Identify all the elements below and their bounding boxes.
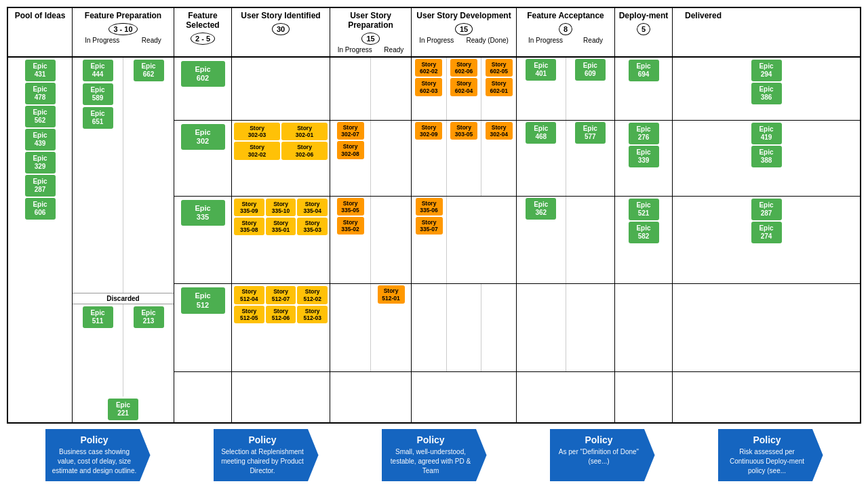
epic-419: Epic419 [751, 123, 782, 144]
usp-302-in: Story302-07 Story302-08 [330, 121, 371, 195]
col-feat-prep-label: Feature Preparation [85, 11, 161, 20]
usd-302: Story302-09 Story303-05 Story302-04 [412, 121, 517, 195]
discarded-label: Discarded [73, 293, 174, 304]
feat-prep-disc-row2: Epic221 [73, 396, 174, 422]
feat-prep-disc-in: Epic511 [73, 304, 123, 396]
col-usd-label: User Story Development [416, 11, 511, 20]
epic-221: Epic221 [108, 399, 138, 420]
epic-694: Epic694 [629, 60, 659, 81]
row-512: Epic512 Story512-04 Story512-07 Story512… [174, 284, 860, 372]
col-delivered-label: Delivered [685, 11, 722, 20]
epic-339: Epic339 [629, 146, 659, 167]
story-335-07: Story335-07 [416, 217, 443, 235]
epic-213: Epic213 [134, 306, 164, 328]
col-feat-sel-label: Feature Selected [176, 11, 230, 30]
story-335-06: Story335-06 [416, 198, 443, 216]
usi-335: Story335-09 Story335-10 Story335-04 Stor… [232, 197, 330, 284]
usp-512-ready: Story512-01 [371, 284, 411, 371]
policy-usp-title: Policy [389, 434, 473, 445]
usd-335: Story335-06 Story335-07 [412, 197, 517, 284]
fa-sub-ready: Ready [583, 37, 603, 44]
usd-sub-in: In Progress [419, 37, 454, 44]
fa-602: Epic401 Epic609 [517, 58, 615, 120]
fa-302-ready: Epic577 [566, 121, 615, 195]
col-usi-label: User Story Identified [241, 11, 320, 20]
story-302-09: Story302-09 [415, 122, 442, 140]
delivered-602: Epic294 Epic386 [673, 58, 860, 120]
usp-302: Story302-07 Story302-08 [330, 121, 412, 195]
story-512-03: Story512-03 [297, 306, 328, 323]
usd-512-done [481, 284, 516, 371]
story-303-05: Story303-05 [450, 122, 477, 140]
story-512-04: Story512-04 [234, 286, 264, 304]
usd-602-ready: Story602-06 Story602-04 [447, 58, 482, 120]
epic-478: Epic478 [25, 83, 56, 104]
story-302-03: Story302-03 [234, 123, 280, 140]
policy-deploy-text: Risk assessed per Continuous Deploy-ment… [725, 447, 810, 476]
story-335-03: Story335-03 [297, 218, 328, 235]
epic-388: Epic388 [751, 146, 782, 167]
col-usp-label: User Story Preparation [332, 11, 410, 30]
usd-335-in: Story335-06 Story335-07 [412, 197, 447, 284]
epic-577: Epic577 [575, 122, 606, 144]
story-335-02: Story335-02 [337, 217, 364, 235]
story-512-06: Story512-06 [266, 306, 296, 323]
story-335-05: Story335-05 [337, 198, 364, 216]
usd-302-done: Story302-04 [481, 121, 516, 195]
usi-wip: 30 [272, 23, 290, 35]
epic-651: Epic651 [83, 107, 113, 129]
epic-444: Epic444 [83, 60, 113, 81]
fa-602-ready: Epic609 [566, 58, 615, 120]
epic-274: Epic274 [751, 222, 782, 243]
fa-335-in: Epic362 [517, 197, 566, 284]
row-empty [174, 372, 860, 422]
fa-302: Epic468 Epic577 [517, 121, 615, 195]
fa-512-in [517, 284, 566, 371]
usd-wip: 15 [455, 23, 473, 35]
feat-sel-empty [174, 372, 232, 422]
board-header: Pool of Ideas Feature Preparation 3 - 10… [8, 8, 860, 58]
board-rows-container: Epic602 Story602-02 Story602-03 [174, 58, 860, 422]
feat-prep-discarded: Epic511 Epic213 Epic221 [73, 304, 174, 422]
col-header-usp: User Story Preparation 15 In Progress Re… [330, 8, 412, 56]
epic-589: Epic589 [83, 83, 113, 105]
usi-empty [232, 372, 330, 422]
policy-feat-prep-text: Business case showing value, cost of del… [52, 447, 137, 476]
epic-431: Epic431 [25, 60, 56, 81]
deploy-512 [615, 284, 673, 371]
epic-feat-602: Epic602 [181, 61, 225, 87]
epic-feat-512: Epic512 [181, 287, 225, 313]
fa-wip: 8 [559, 23, 572, 35]
story-302-02: Story302-02 [234, 142, 280, 159]
usp-335: Story335-05 Story335-02 [330, 197, 412, 284]
epic-582: Epic582 [629, 222, 659, 243]
delivered-empty [673, 372, 860, 422]
epic-362: Epic362 [526, 198, 556, 220]
feat-prep-disc-ready: Epic213 [123, 304, 174, 396]
policy-feat-sel-text: Selection at Replenishment meeting chair… [220, 447, 305, 476]
col-header-feat-prep: Feature Preparation 3 - 10 In Progress R… [73, 8, 174, 56]
feat-prep-sub-ready: Ready [142, 37, 161, 44]
story-602-02: Story602-02 [415, 59, 442, 77]
col-deploy-label: Deploy-ment [619, 11, 669, 20]
epic-294: Epic294 [751, 60, 782, 81]
usd-302-in: Story302-09 [412, 121, 447, 195]
col-header-feat-sel: Feature Selected 2 - 5 [174, 8, 232, 56]
usp-602-in [330, 58, 371, 120]
story-602-03: Story602-03 [415, 78, 442, 96]
story-335-10: Story335-10 [266, 199, 296, 216]
deploy-335: Epic521 Epic582 [615, 197, 673, 284]
story-602-01: Story602-01 [486, 78, 513, 96]
usp-335-in: Story335-05 Story335-02 [330, 197, 371, 284]
usd-335-ready [447, 197, 481, 284]
usd-602-in: Story602-02 Story602-03 [412, 58, 447, 120]
epic-401: Epic401 [526, 59, 556, 81]
fa-sub-in: In Progress [528, 37, 563, 44]
feat-sel-512: Epic512 [174, 284, 232, 371]
row-302: Epic302 Story302-03 Story302-01 Story302… [174, 121, 860, 196]
policy-deploy-title: Policy [725, 434, 810, 445]
usi-512-grid: Story512-04 Story512-07 Story512-02 Stor… [234, 286, 328, 323]
epic-386: Epic386 [751, 83, 782, 104]
usd-empty [412, 372, 517, 422]
usd-602-done: Story602-05 Story602-01 [481, 58, 516, 120]
